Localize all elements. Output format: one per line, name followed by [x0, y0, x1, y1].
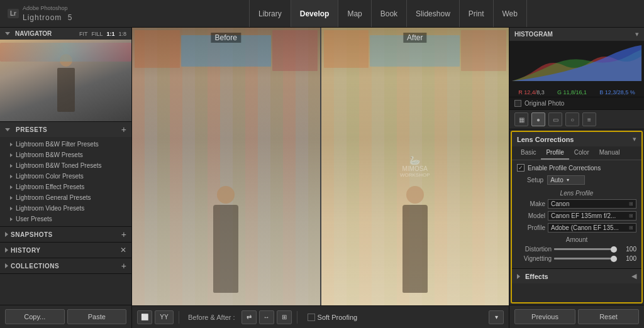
nav-web[interactable]: Web	[494, 0, 527, 27]
building-1	[135, 30, 180, 68]
setup-dropdown-arrow: ▾	[567, 177, 569, 183]
building-3	[272, 30, 318, 71]
profile-expand-icon: ⊞	[629, 225, 633, 231]
profile-label: Profile	[517, 224, 545, 231]
layout-toggle-button[interactable]: ⊞	[277, 310, 292, 324]
distortion-thumb[interactable]	[611, 246, 617, 253]
previous-button[interactable]: Previous	[514, 309, 575, 324]
crop-tool-button[interactable]: ⬜	[137, 310, 152, 324]
distortion-slider[interactable]	[554, 248, 616, 250]
reset-button[interactable]: Reset	[578, 309, 639, 324]
make-dropdown[interactable]: Canon ⊞	[548, 199, 636, 209]
preset-item-video[interactable]: Lightroom Video Presets	[0, 203, 131, 214]
after-figure	[402, 205, 428, 293]
collections-add-button[interactable]: +	[121, 261, 126, 270]
history-section[interactable]: History ✕	[0, 243, 131, 258]
vignetting-thumb[interactable]	[611, 256, 617, 262]
logo-area: Lr Adobe Photoshop Lightroom 5	[0, 5, 132, 23]
after-pane: After 🦢 MIMOSA WORKSHOP	[321, 28, 509, 305]
preset-arrow-icon	[10, 196, 13, 200]
setup-row: Setup Auto ▾	[517, 175, 636, 185]
before-label: Before	[211, 33, 241, 43]
after-building-3	[461, 30, 506, 71]
tool-dot-icon[interactable]: ●	[531, 112, 545, 126]
soft-proofing-area: Soft Proofing	[308, 314, 358, 321]
lc-tab-basic[interactable]: Basic	[516, 146, 541, 160]
nav-map[interactable]: Map	[338, 0, 371, 27]
figure-head	[217, 186, 235, 204]
presets-add-button[interactable]: +	[121, 125, 126, 134]
after-figure-head	[406, 186, 424, 204]
histogram-menu-icon[interactable]: ▾	[635, 30, 639, 38]
model-dropdown[interactable]: Canon EF 135mm f/2... ⊞	[548, 211, 636, 221]
tool-circle-icon[interactable]: ○	[565, 112, 579, 126]
navigator-header[interactable]: Navigator FIT FILL 1:1 1:8	[0, 28, 131, 40]
preset-item-effect[interactable]: Lightroom Effect Presets	[0, 182, 131, 192]
after-image: 🦢 MIMOSA WORKSHOP	[321, 28, 509, 305]
nav-develop[interactable]: Develop	[291, 0, 339, 27]
soft-proof-checkbox[interactable]	[308, 314, 315, 321]
histogram-svg	[512, 43, 641, 81]
distortion-label: Distortion	[517, 246, 552, 253]
tool-rect-icon[interactable]: ▭	[548, 112, 562, 126]
presets-collapse-icon	[5, 128, 10, 131]
right-panel-bottom: Previous Reset	[509, 305, 644, 328]
preset-item-user[interactable]: User Presets	[0, 214, 131, 224]
lens-corrections-header[interactable]: Lens Corrections ▾	[512, 132, 641, 146]
preset-item-bwfilter[interactable]: Lightroom B&W Filter Presets	[0, 139, 131, 150]
thumb-body	[57, 68, 75, 112]
checkmark-icon: ✓	[518, 165, 523, 171]
effects-section-header[interactable]: Effects ◀	[512, 268, 641, 283]
original-photo-row: Original Photo	[509, 97, 644, 110]
after-figure-body	[402, 205, 428, 293]
nav-print[interactable]: Print	[460, 0, 494, 27]
lc-tab-profile[interactable]: Profile	[541, 146, 569, 160]
histogram-values: R 12,4/8,3 G 11,8/16,1 B 12,3/28,5 %	[509, 88, 644, 97]
histogram-title: Histogram	[514, 31, 553, 38]
preset-arrow-icon	[10, 217, 13, 221]
swap-button[interactable]: ⇄	[242, 310, 257, 324]
y-y-button[interactable]: YY	[155, 310, 174, 324]
paste-button[interactable]: Paste	[67, 309, 127, 324]
snapshots-section[interactable]: Snapshots +	[0, 227, 131, 243]
preset-arrow-icon	[10, 185, 13, 189]
original-photo-label: Original Photo	[525, 100, 564, 107]
zoom-out-button[interactable]: ▾	[489, 310, 504, 324]
profile-dropdown[interactable]: Adobe (Canon EF 135... ⊞	[548, 223, 636, 232]
preset-item-bwtoned[interactable]: Lightroom B&W Toned Presets	[0, 160, 131, 171]
vignetting-slider[interactable]	[554, 258, 616, 260]
effects-menu-icon[interactable]: ◀	[631, 272, 636, 280]
nav-slideshow[interactable]: Slideshow	[407, 0, 460, 27]
zoom-1-1[interactable]: 1:1	[106, 31, 114, 37]
lc-tab-manual[interactable]: Manual	[594, 146, 625, 160]
after-building-1	[324, 30, 369, 68]
snapshots-add-button[interactable]: +	[121, 230, 126, 239]
histogram-header: Histogram ▾	[509, 28, 644, 41]
setup-dropdown[interactable]: Auto ▾	[547, 175, 585, 185]
original-photo-checkbox[interactable]	[514, 100, 521, 107]
sync-button[interactable]: ↔	[259, 310, 274, 324]
collections-section[interactable]: Collections +	[0, 258, 131, 274]
zoom-1-8[interactable]: 1:8	[118, 31, 126, 37]
preset-item-bw[interactable]: Lightroom B&W Presets	[0, 150, 131, 160]
tool-slider-icon[interactable]: ≡	[582, 112, 596, 126]
enable-profile-row[interactable]: ✓ Enable Profile Corrections	[517, 164, 636, 172]
preset-item-color[interactable]: Lightroom Color Presets	[0, 171, 131, 182]
presets-header[interactable]: Presets +	[0, 122, 131, 137]
navigator-zoom-buttons: FIT FILL 1:1 1:8	[79, 31, 126, 37]
nav-book[interactable]: Book	[372, 0, 407, 27]
tool-histogram-icon[interactable]: ▦	[514, 112, 528, 126]
enable-profile-checkbox[interactable]: ✓	[517, 164, 525, 172]
history-close-button[interactable]: ✕	[120, 246, 126, 254]
lens-corrections-content: ✓ Enable Profile Corrections Setup Auto …	[512, 160, 641, 268]
preset-item-general[interactable]: Lightroom General Presets	[0, 192, 131, 203]
nav-library[interactable]: Library	[249, 0, 291, 27]
snapshots-title: Snapshots	[11, 231, 121, 238]
copy-button[interactable]: Copy...	[5, 309, 65, 324]
vignetting-label: Vignetting	[517, 255, 552, 262]
zoom-fill[interactable]: FILL	[91, 31, 103, 37]
lc-tab-color[interactable]: Color	[569, 146, 594, 160]
lens-corrections-menu-icon[interactable]: ▾	[633, 135, 636, 143]
figure-body	[213, 205, 238, 293]
zoom-fit[interactable]: FIT	[79, 31, 88, 37]
